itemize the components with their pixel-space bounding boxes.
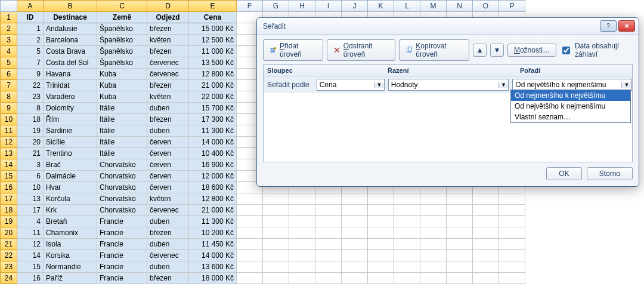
move-down-button[interactable]: ▼ bbox=[490, 44, 504, 57]
cell[interactable]: duben bbox=[147, 239, 189, 250]
cell[interactable] bbox=[420, 261, 447, 273]
column-header[interactable]: J bbox=[342, 1, 368, 12]
cell[interactable]: Španělsko bbox=[97, 23, 147, 35]
cell[interactable] bbox=[473, 261, 499, 273]
cell[interactable] bbox=[237, 239, 263, 250]
row-header[interactable]: 15 bbox=[1, 171, 17, 182]
cell[interactable]: březen bbox=[147, 114, 189, 125]
cell[interactable] bbox=[368, 193, 394, 205]
sort-order-dropdown[interactable]: Od nejmenšího k největšímu Od největšího… bbox=[510, 90, 631, 123]
cell[interactable]: 17 bbox=[17, 205, 44, 216]
cell[interactable] bbox=[289, 227, 315, 239]
cell[interactable]: 12 000 Kč bbox=[189, 171, 237, 182]
cell[interactable] bbox=[342, 193, 368, 205]
cell[interactable] bbox=[315, 273, 342, 284]
cell[interactable] bbox=[342, 216, 368, 227]
cell[interactable]: Trinidat bbox=[44, 80, 97, 91]
cell[interactable] bbox=[499, 273, 525, 284]
cell[interactable] bbox=[342, 227, 368, 239]
cell[interactable]: 10 bbox=[17, 182, 44, 193]
cell[interactable]: Sardinie bbox=[44, 125, 97, 137]
cell[interactable] bbox=[263, 261, 289, 273]
cell[interactable]: 17 300 Kč bbox=[189, 114, 237, 125]
row-header[interactable]: 20 bbox=[1, 227, 17, 239]
cell[interactable]: 11 300 Kč bbox=[189, 216, 237, 227]
cell[interactable]: Barcelona bbox=[44, 35, 97, 46]
cell[interactable] bbox=[315, 261, 342, 273]
cell[interactable]: 15 bbox=[17, 261, 44, 273]
cell[interactable] bbox=[499, 250, 525, 261]
table-header-cell[interactable]: ID bbox=[17, 12, 44, 23]
cell[interactable] bbox=[263, 205, 289, 216]
cell[interactable]: 18 bbox=[17, 114, 44, 125]
cell[interactable]: 16 900 Kč bbox=[189, 159, 237, 171]
cell[interactable]: 11 bbox=[17, 227, 44, 239]
cell[interactable]: 12 800 Kč bbox=[189, 193, 237, 205]
cell[interactable]: červen bbox=[147, 182, 189, 193]
cell[interactable] bbox=[289, 250, 315, 261]
cell[interactable]: 22 000 Kč bbox=[189, 91, 237, 103]
cell[interactable] bbox=[342, 205, 368, 216]
cell[interactable]: 2 bbox=[17, 35, 44, 46]
row-header[interactable]: 13 bbox=[1, 148, 17, 159]
column-header[interactable]: N bbox=[447, 1, 473, 12]
cell[interactable]: březen bbox=[147, 80, 189, 91]
row-header[interactable]: 11 bbox=[1, 125, 17, 137]
table-header-cell[interactable]: Odjezd bbox=[147, 12, 189, 23]
cell[interactable] bbox=[394, 216, 420, 227]
row-header[interactable]: 9 bbox=[1, 103, 17, 114]
row-header[interactable]: 3 bbox=[1, 35, 17, 46]
row-header[interactable]: 18 bbox=[1, 205, 17, 216]
cell[interactable] bbox=[237, 205, 263, 216]
cell[interactable]: 12 500 Kč bbox=[189, 35, 237, 46]
row-header[interactable]: 1 bbox=[1, 12, 17, 23]
cell[interactable] bbox=[394, 239, 420, 250]
column-header[interactable]: E bbox=[189, 1, 237, 12]
cell[interactable] bbox=[420, 239, 447, 250]
cell[interactable] bbox=[420, 250, 447, 261]
column-header[interactable]: B bbox=[44, 1, 97, 12]
table-header-cell[interactable]: Země bbox=[97, 12, 147, 23]
cell[interactable]: 15 000 Kč bbox=[189, 23, 237, 35]
table-header-cell[interactable]: Destinace bbox=[44, 12, 97, 23]
cell[interactable]: duben bbox=[147, 125, 189, 137]
row-header[interactable]: 8 bbox=[1, 91, 17, 103]
cell[interactable] bbox=[315, 216, 342, 227]
cell[interactable]: 13 500 Kč bbox=[189, 57, 237, 69]
cell[interactable]: Dalmácie bbox=[44, 171, 97, 182]
column-header[interactable]: O bbox=[473, 1, 499, 12]
row-header[interactable]: 24 bbox=[1, 273, 17, 284]
copy-level-button[interactable]: Kopírovat úroveň bbox=[399, 39, 469, 61]
cell[interactable]: 21 000 Kč bbox=[189, 80, 237, 91]
cell[interactable] bbox=[473, 239, 499, 250]
cell[interactable]: Varadero bbox=[44, 91, 97, 103]
cell[interactable] bbox=[394, 273, 420, 284]
cell[interactable]: červenec bbox=[147, 205, 189, 216]
cell[interactable] bbox=[289, 273, 315, 284]
cell[interactable]: Brač bbox=[44, 159, 97, 171]
cell[interactable]: Costa del Sol bbox=[44, 57, 97, 69]
cell[interactable] bbox=[368, 250, 394, 261]
cell[interactable] bbox=[263, 273, 289, 284]
cell[interactable] bbox=[289, 216, 315, 227]
cell[interactable]: 10 400 Kč bbox=[189, 148, 237, 159]
cell[interactable]: 16 bbox=[17, 273, 44, 284]
row-header[interactable]: 4 bbox=[1, 46, 17, 57]
cell[interactable]: Sicílie bbox=[44, 137, 97, 148]
cell[interactable]: 22 bbox=[17, 80, 44, 91]
cell[interactable]: Chorvatsko bbox=[97, 159, 147, 171]
cell[interactable] bbox=[237, 261, 263, 273]
cell[interactable]: Francie bbox=[97, 250, 147, 261]
cell[interactable]: Trentino bbox=[44, 148, 97, 159]
cell[interactable]: květen bbox=[147, 91, 189, 103]
cell[interactable] bbox=[315, 227, 342, 239]
cell[interactable]: 21 000 Kč bbox=[189, 205, 237, 216]
cell[interactable] bbox=[473, 216, 499, 227]
cell[interactable]: červen bbox=[147, 137, 189, 148]
cell[interactable] bbox=[420, 205, 447, 216]
cell[interactable] bbox=[447, 250, 473, 261]
cell[interactable]: Bretaň bbox=[44, 216, 97, 227]
has-headers-checkbox[interactable]: Data obsahují záhlaví bbox=[560, 42, 633, 58]
column-header[interactable]: D bbox=[147, 1, 189, 12]
cell[interactable]: 11 000 Kč bbox=[189, 46, 237, 57]
